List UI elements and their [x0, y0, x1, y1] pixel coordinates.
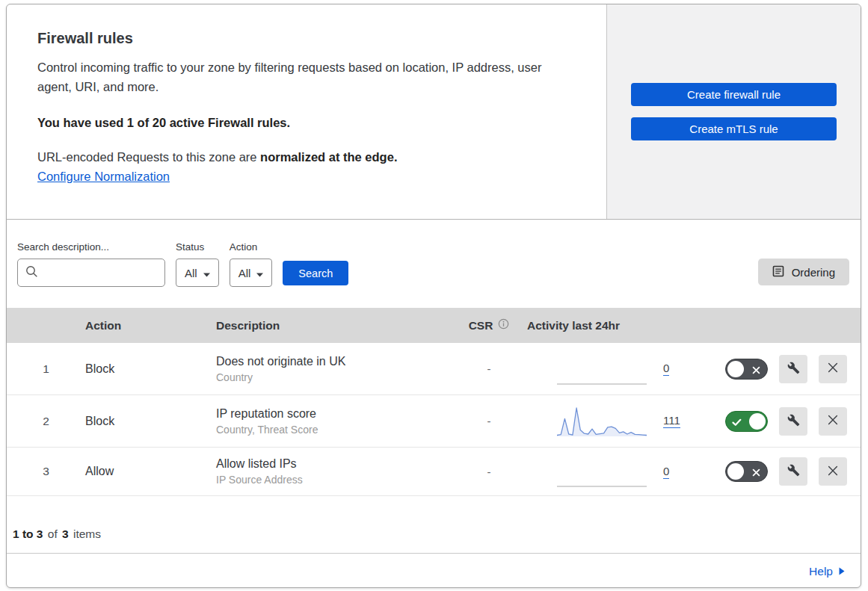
csr-value: -	[463, 465, 515, 478]
ordering-list-icon	[772, 265, 784, 279]
rule-row-2: 2 Block IP reputation score Country, Thr…	[7, 395, 861, 448]
activity-cell: 0	[515, 455, 710, 488]
activity-cell: 111	[515, 405, 710, 438]
activity-sparkline	[557, 405, 647, 438]
enable-toggle[interactable]	[725, 411, 768, 432]
activity-count-link[interactable]: 111	[663, 414, 680, 428]
csr-value: -	[463, 415, 515, 427]
edit-rule-button[interactable]	[779, 355, 807, 383]
info-icon[interactable]	[498, 318, 509, 332]
table-header-row: Action Description CSR Activity last 24h…	[7, 308, 861, 343]
toggle-knob	[749, 413, 766, 430]
priority-number: 3	[7, 465, 85, 478]
table-header-csr: CSR	[463, 318, 515, 332]
usage-notice: You have used 1 of 20 active Firewall ru…	[37, 116, 576, 130]
activity-count-link[interactable]: 0	[663, 465, 669, 479]
header-section: Firewall rules Control incoming traffic …	[7, 4, 861, 220]
action-label: Action	[230, 241, 273, 253]
actions-panel: Create firewall rule Create mTLS rule	[606, 4, 861, 219]
rule-description-cell: Does not originate in UK Country	[216, 355, 463, 383]
pagination-of: of	[48, 527, 58, 540]
wrench-icon	[787, 464, 800, 479]
header-text-area: Firewall rules Control incoming traffic …	[7, 4, 606, 219]
delete-rule-button[interactable]	[819, 457, 847, 486]
search-icon	[25, 265, 38, 281]
edit-rule-button[interactable]	[779, 407, 807, 436]
search-description-label: Search description...	[17, 241, 165, 253]
edit-rule-button[interactable]	[779, 457, 807, 486]
rule-action: Block	[85, 362, 216, 376]
table-header-action: Action	[85, 319, 216, 332]
toggle-knob	[727, 361, 744, 377]
table-header-activity: Activity last 24hr	[515, 319, 710, 332]
pagination-range: 1 to 3	[13, 527, 43, 540]
rule-row-1: 1 Block Does not originate in UK Country…	[7, 343, 861, 395]
search-input[interactable]	[44, 267, 157, 279]
ordering-button-label: Ordering	[792, 266, 835, 279]
rule-description: Does not originate in UK	[216, 355, 463, 368]
x-icon	[752, 468, 760, 479]
ordering-button[interactable]: Ordering	[758, 259, 849, 285]
help-arrow-icon	[839, 565, 845, 578]
enable-toggle[interactable]	[725, 359, 768, 380]
priority-number: 1	[7, 362, 85, 376]
activity-count-link[interactable]: 0	[663, 362, 669, 376]
help-link-label: Help	[809, 565, 833, 578]
action-filter-group: Action All	[230, 241, 273, 287]
close-icon	[827, 414, 839, 428]
filter-toolbar: Search description... Status All Action …	[7, 220, 861, 308]
delete-rule-button[interactable]	[819, 355, 847, 383]
rule-controls	[710, 407, 861, 436]
rule-match-fields: IP Source Address	[216, 474, 463, 486]
activity-cell: 0	[515, 353, 710, 386]
pagination-items: items	[73, 527, 101, 540]
configure-normalization-link[interactable]: Configure Normalization	[37, 170, 170, 183]
status-label: Status	[176, 241, 219, 253]
create-mtls-rule-button[interactable]: Create mTLS rule	[631, 117, 837, 140]
close-icon	[827, 465, 839, 479]
search-button[interactable]: Search	[283, 261, 348, 285]
action-dropdown[interactable]: All	[230, 259, 273, 287]
search-group: Search description...	[17, 241, 165, 287]
check-icon	[732, 418, 742, 429]
status-dropdown[interactable]: All	[176, 259, 219, 287]
rule-description: Allow listed IPs	[216, 457, 463, 471]
activity-sparkline	[557, 353, 647, 386]
normalization-bold: normalized at the edge.	[260, 150, 397, 164]
pagination-bar: 1 to 3 of 3 items	[7, 496, 861, 553]
firewall-rules-card: Firewall rules Control incoming traffic …	[6, 4, 861, 588]
normalization-prefix: URL-encoded Requests to this zone are	[37, 150, 260, 164]
action-dropdown-value: All	[238, 267, 251, 279]
search-box	[17, 259, 165, 287]
normalization-note: URL-encoded Requests to this zone are no…	[37, 150, 576, 164]
rule-description-cell: Allow listed IPs IP Source Address	[216, 457, 463, 486]
delete-rule-button[interactable]	[819, 407, 847, 436]
priority-number: 2	[7, 415, 85, 428]
table-header-description: Description	[216, 319, 463, 332]
page-title: Firewall rules	[37, 30, 576, 47]
csr-header-label: CSR	[469, 319, 493, 332]
rule-controls	[710, 355, 861, 383]
pagination-total: 3	[62, 527, 69, 540]
chevron-down-icon	[203, 267, 210, 279]
csr-value: -	[463, 362, 515, 375]
activity-sparkline	[557, 455, 647, 488]
chevron-down-icon	[256, 267, 263, 279]
rule-description-cell: IP reputation score Country, Threat Scor…	[216, 407, 463, 436]
close-icon	[827, 362, 839, 376]
rule-action: Block	[85, 415, 216, 428]
status-filter-group: Status All	[176, 241, 219, 287]
pagination-summary: 1 to 3 of 3 items	[11, 527, 101, 541]
rule-match-fields: Country, Threat Score	[216, 424, 463, 436]
rule-action: Allow	[85, 465, 216, 478]
rule-match-fields: Country	[216, 371, 463, 383]
footer-bar: Help	[7, 553, 861, 588]
enable-toggle[interactable]	[725, 461, 768, 482]
x-icon	[752, 365, 760, 377]
rule-row-3: 3 Allow Allow listed IPs IP Source Addre…	[7, 448, 861, 496]
rule-description: IP reputation score	[216, 407, 463, 421]
wrench-icon	[787, 414, 800, 429]
status-dropdown-value: All	[185, 267, 197, 279]
create-firewall-rule-button[interactable]: Create firewall rule	[631, 83, 837, 106]
help-link[interactable]: Help	[809, 565, 845, 578]
